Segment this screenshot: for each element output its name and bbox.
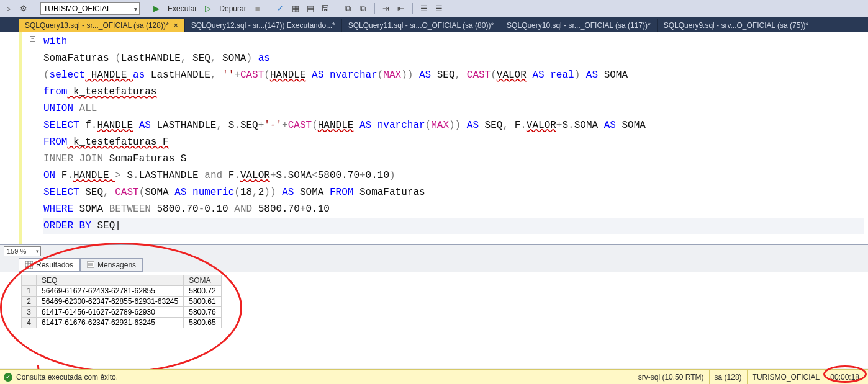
toolbar-misc-icon[interactable]: ☰ (433, 2, 445, 15)
indent-left-icon[interactable]: ⇤ (395, 2, 407, 15)
svg-rect-0 (25, 261, 33, 269)
cell-soma[interactable]: 5800.61 (184, 297, 221, 307)
cell-seq[interactable]: 61417-61676-62347-62931-63245 (37, 318, 184, 328)
table-row[interactable]: 4 61417-61676-62347-62931-63245 5800.65 (22, 318, 222, 328)
code-editor[interactable]: − with SomaFaturas (LastHANDLE, SEQ, SOM… (0, 32, 868, 244)
cell-seq[interactable]: 61417-61456-61627-62789-62930 (37, 307, 184, 318)
toolbar-separator (35, 3, 35, 14)
status-server: srv-sql (10.50 RTM) (633, 370, 709, 385)
results-grid[interactable]: SEQ SOMA 1 56469-61627-62433-62781-62855… (21, 275, 222, 328)
status-bar: ✓ Consulta executada com êxito. srv-sql … (0, 369, 868, 384)
database-combo[interactable]: TURISMO_OFICIAL (40, 2, 140, 15)
row-number[interactable]: 4 (22, 318, 37, 328)
tab-query9[interactable]: SQLQuery9.sql - srv...O_OFICIAL (sa (75)… (658, 19, 815, 32)
code-content[interactable]: with SomaFaturas (LastHANDLE, SEQ, SOMA)… (37, 32, 868, 244)
results-to-file-icon[interactable]: 🖫 (319, 2, 332, 15)
messages-icon (87, 261, 94, 269)
table-header-row: SEQ SOMA (22, 275, 222, 286)
row-number[interactable]: 3 (22, 307, 37, 318)
toolbar-separator (412, 3, 413, 14)
col-header-soma[interactable]: SOMA (184, 275, 221, 286)
tab-query10[interactable]: SQLQuery10.sql - sr..._OFICIAL (sa (117)… (500, 19, 658, 32)
status-elapsed: 00:00:18 (825, 370, 864, 385)
cell-seq[interactable]: 56469-62300-62347-62855-62931-63245 (37, 297, 184, 307)
output-panel-tabs: Resultados Mensagens (0, 257, 868, 272)
debug-icon[interactable]: ▷ (202, 2, 214, 15)
editor-gutter: − (0, 32, 37, 244)
results-to-text-icon[interactable]: ▤ (304, 2, 317, 15)
status-login: sa (128) (709, 370, 747, 385)
results-to-grid-icon[interactable]: ▦ (289, 2, 302, 15)
tab-query13[interactable]: SQLQuery13.sql - sr..._OFICIAL (sa (128)… (19, 19, 185, 32)
status-message: Consulta executada com êxito. (16, 373, 118, 382)
execute-button[interactable]: Executar (165, 4, 199, 13)
toolbar-separator (374, 3, 375, 14)
status-db: TURISMO_OFICIAL (747, 370, 825, 385)
tab-query11[interactable]: SQLQuery11.sql - sr...O_OFICIAL (sa (80)… (342, 19, 500, 32)
col-header-seq[interactable]: SEQ (37, 275, 184, 286)
table-row[interactable]: 3 61417-61456-61627-62789-62930 5800.76 (22, 307, 222, 318)
toolbar-separator (269, 3, 269, 14)
execute-icon[interactable]: ▶ (150, 2, 163, 15)
toolbar-config-icon[interactable]: ⚙ (17, 2, 30, 15)
uncomment-icon[interactable]: ⧉ (357, 2, 369, 15)
results-grid-area: SEQ SOMA 1 56469-61627-62433-62781-62855… (0, 272, 868, 368)
tab-query12[interactable]: SQLQuery12.sql - sr...(147)) Executando.… (185, 19, 342, 32)
check-icon[interactable]: ✓ (274, 2, 287, 15)
toolbar-separator (145, 3, 145, 14)
cell-seq[interactable]: 56469-61627-62433-62781-62855 (37, 286, 184, 297)
comment-icon[interactable]: ⧉ (342, 2, 355, 15)
tab-label: SQLQuery12.sql - sr...(147)) Executando.… (191, 21, 335, 30)
stop-icon[interactable]: ■ (251, 2, 264, 15)
results-tab[interactable]: Resultados (19, 258, 80, 272)
zoom-combo[interactable]: 159 % (4, 246, 41, 256)
row-number[interactable]: 2 (22, 297, 37, 307)
cell-soma[interactable]: 5800.72 (184, 286, 221, 297)
document-tabs: SQLQuery13.sql - sr..._OFICIAL (sa (128)… (0, 17, 868, 32)
row-number[interactable]: 1 (22, 286, 37, 297)
toolbar-misc-icon[interactable]: ☰ (418, 2, 430, 15)
table-row[interactable]: 2 56469-62300-62347-62855-62931-63245 58… (22, 297, 222, 307)
debug-button[interactable]: Depurar (217, 4, 248, 13)
toolbar: ▹ ⚙ TURISMO_OFICIAL ▶ Executar ▷ Depurar… (0, 0, 868, 17)
results-tab-label: Resultados (36, 261, 73, 269)
messages-tab[interactable]: Mensagens (80, 258, 143, 272)
tab-label: SQLQuery11.sql - sr...O_OFICIAL (sa (80)… (348, 21, 494, 30)
results-grid-icon (25, 261, 33, 269)
indent-right-icon[interactable]: ⇥ (380, 2, 392, 15)
success-icon: ✓ (4, 373, 12, 382)
row-header-corner (22, 275, 37, 286)
cell-soma[interactable]: 5800.76 (184, 307, 221, 318)
tab-label: SQLQuery9.sql - srv...O_OFICIAL (sa (75)… (664, 21, 808, 30)
close-icon[interactable]: × (174, 21, 178, 30)
messages-tab-label: Mensagens (97, 261, 136, 269)
toolbar-pointer-icon[interactable]: ▹ (2, 2, 15, 15)
cell-soma[interactable]: 5800.65 (184, 318, 221, 328)
table-row[interactable]: 1 56469-61627-62433-62781-62855 5800.72 (22, 286, 222, 297)
toolbar-separator (337, 3, 337, 14)
collapse-region-icon[interactable]: − (30, 36, 35, 42)
zoom-bar: 159 % (0, 244, 868, 257)
tab-label: SQLQuery13.sql - sr..._OFICIAL (sa (128)… (25, 21, 169, 30)
tab-label: SQLQuery10.sql - sr..._OFICIAL (sa (117)… (507, 21, 651, 30)
